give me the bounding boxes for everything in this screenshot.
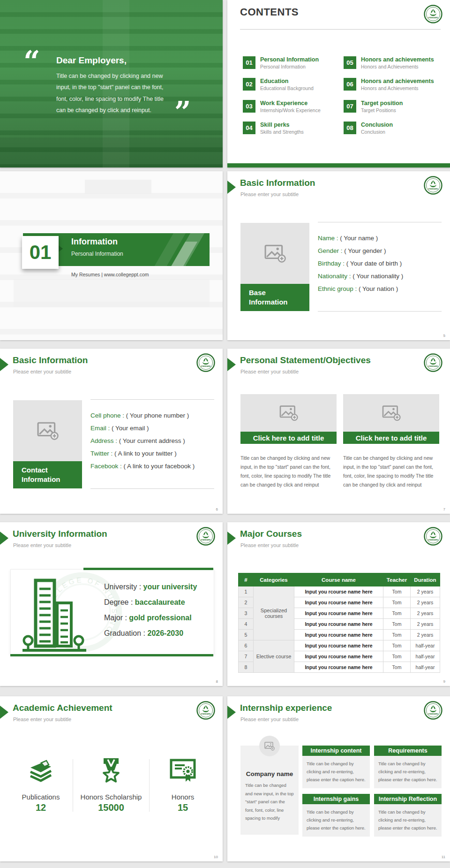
table-row: 6 Elective course Input you rcourse name… xyxy=(239,640,440,651)
field-value: ( Your current address ) xyxy=(119,437,185,444)
contact-information-box: Contact Information xyxy=(13,461,82,488)
field-label: Cell phone xyxy=(90,412,126,419)
field-row: Cell phone( Your phone number ) xyxy=(90,409,195,422)
field-value: gold professional xyxy=(129,614,191,622)
category-cell: Specialized courses xyxy=(254,586,294,640)
field-value: ( Your email ) xyxy=(112,425,149,432)
title-arrow-icon xyxy=(0,706,8,719)
title-arrow-icon xyxy=(0,358,8,371)
item-title: Honors and achievements xyxy=(361,56,434,63)
item-title: Work Experience xyxy=(260,100,321,107)
field-label: Birthday xyxy=(318,260,346,267)
panel-title: Requirements xyxy=(374,746,442,756)
internship-panel: Requirements Title can be changed by cli… xyxy=(374,746,442,788)
field-row: Name( Your name ) xyxy=(318,232,403,244)
field-value: ( A link to your facebook ) xyxy=(124,463,195,470)
field-row: Gender( Your gender ) xyxy=(318,244,403,257)
slide-title: University Information xyxy=(13,529,107,539)
card-caption: Title can be changed by clicking and new… xyxy=(343,454,439,489)
slide-section-cover: 01 Information Personal Information My R… xyxy=(0,171,223,340)
photo-placeholder xyxy=(13,400,82,461)
photo-hint xyxy=(14,279,210,307)
photo-placeholder xyxy=(240,394,337,432)
stat-honors: Honors 15 xyxy=(148,755,218,813)
contents-item: 02 Education Educational Background xyxy=(243,78,342,91)
college-logo-icon: STANDARD xyxy=(424,353,442,372)
column-header: # xyxy=(239,573,254,586)
college-logo-icon: STANDARD xyxy=(196,353,215,372)
contents-item: 07 Target position Target Positions xyxy=(344,100,443,113)
svg-text:STANDARD: STANDARD xyxy=(428,17,438,19)
field-value: ( Your gender ) xyxy=(344,247,386,254)
svg-text:STANDARD: STANDARD xyxy=(428,713,438,715)
panel-title: Internship Reflection xyxy=(374,794,442,804)
divider xyxy=(90,399,214,400)
college-logo-icon: STANDARD xyxy=(424,527,442,546)
item-title: Personal Information xyxy=(260,56,319,63)
card-caption: Title can be changed by clicking and new… xyxy=(240,454,337,489)
image-placeholder-icon xyxy=(279,404,298,421)
internship-panel: Internship Reflection Title can be chang… xyxy=(374,794,442,837)
item-number-badge: 07 xyxy=(344,100,356,113)
contents-item: 08 Conclusion Conclusion xyxy=(344,122,443,135)
field-value: ( Your date of birth ) xyxy=(346,260,402,267)
panel-caption: Title can be changed by clicking and re-… xyxy=(374,804,442,837)
section-title: Information xyxy=(71,237,118,247)
svg-text:STANDARD: STANDARD xyxy=(428,365,438,367)
add-title-bar: Click here to add title xyxy=(343,432,439,444)
item-title: Skill perks xyxy=(260,122,304,128)
statement-card: Click here to add title Title can be cha… xyxy=(343,394,439,489)
item-subtitle: Skills and Strengths xyxy=(260,129,304,135)
accent-bottom-bar xyxy=(227,163,450,168)
field-label: Twitter xyxy=(90,450,114,457)
courses-table: # Categories Course name Teacher Duratio… xyxy=(238,573,440,673)
svg-text:STANDARD: STANDARD xyxy=(201,539,210,541)
divider xyxy=(318,222,442,222)
slide-subtitle: Please enter your subtitle xyxy=(13,716,71,722)
field-label: University xyxy=(104,583,143,591)
photo-hint xyxy=(85,180,152,194)
section-number: 01 xyxy=(22,236,59,269)
column-header: Duration xyxy=(411,573,440,586)
title-arrow-icon xyxy=(227,181,236,194)
item-number-badge: 05 xyxy=(344,56,356,69)
column-header: Course name xyxy=(294,573,383,586)
slide-quote-cover: “ Dear Employers, Title can be changed b… xyxy=(0,0,223,168)
slide-contact-information: Basic Information Please enter your subt… xyxy=(0,349,223,514)
field-value: ( Your nationality ) xyxy=(352,273,403,280)
title-arrow-icon xyxy=(227,706,236,719)
item-number-badge: 03 xyxy=(243,100,255,113)
contents-item: 05 Honors and achievements Honors and Ac… xyxy=(344,56,443,69)
stat-label: Publications xyxy=(6,793,76,801)
slide-internship-experience: Internship experience Please enter your … xyxy=(227,696,450,861)
books-icon xyxy=(26,755,56,785)
panel-caption: Title can be changed by clicking and re-… xyxy=(302,804,370,837)
divider xyxy=(90,488,214,489)
college-logo-icon: STANDARD xyxy=(424,701,442,720)
field-label: Gender xyxy=(318,247,344,254)
internship-panel: Internship content Title can be changed … xyxy=(302,746,370,788)
section-subtitle: Personal Information xyxy=(71,251,123,257)
title-arrow-icon xyxy=(227,532,236,545)
svg-text:STANDARD: STANDARD xyxy=(201,365,210,367)
field-row: Email( Your email ) xyxy=(90,422,195,434)
page-number: 5 xyxy=(443,334,445,338)
college-logo-icon: STANDARD xyxy=(196,701,215,720)
field-label: Major xyxy=(104,614,129,622)
item-subtitle: Educational Background xyxy=(260,85,314,91)
page-number: 9 xyxy=(443,679,445,684)
title-arrow-icon xyxy=(227,358,236,371)
accent-line xyxy=(83,568,213,570)
stat-value: 12 xyxy=(6,802,76,813)
contents-item: 06 Honors and achievements Honors and Ac… xyxy=(344,78,443,91)
item-title: Honors and achievements xyxy=(361,78,434,84)
accent-line xyxy=(10,654,213,656)
campus-buildings-icon xyxy=(22,577,87,652)
field-value: ( Your name ) xyxy=(340,235,378,242)
field-row: Graduation2026-2030 xyxy=(104,625,197,641)
quote-heading: Dear Employers, xyxy=(56,55,127,66)
item-number-badge: 08 xyxy=(344,122,356,134)
image-placeholder-icon xyxy=(37,421,59,441)
slide-basic-information: Basic Information Please enter your subt… xyxy=(227,171,450,340)
field-value: ( Your phone number ) xyxy=(126,412,189,419)
